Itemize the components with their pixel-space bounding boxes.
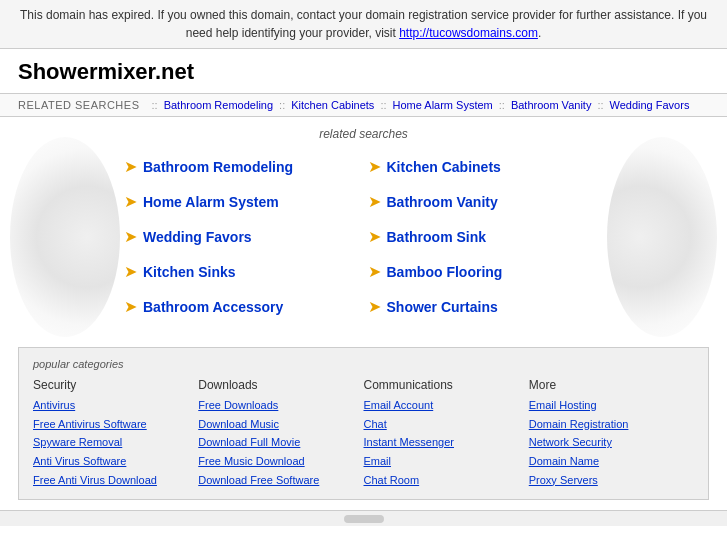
arrow-icon-3: ➤: [124, 227, 137, 246]
link-domain-name[interactable]: Domain Name: [529, 452, 694, 471]
main-content: related searches ➤ Bathroom Remodeling ➤…: [0, 117, 727, 337]
link-free-downloads[interactable]: Free Downloads: [198, 396, 363, 415]
link-bathroom-remodeling[interactable]: Bathroom Remodeling: [143, 159, 293, 175]
link-wedding-favors[interactable]: Wedding Favors: [143, 229, 252, 245]
arrow-icon-1: ➤: [124, 157, 137, 176]
separator-2: ::: [279, 99, 285, 111]
popular-col-header-downloads: Downloads: [198, 378, 363, 392]
decorative-circle-right: [607, 137, 717, 337]
link-chat[interactable]: Chat: [364, 415, 529, 434]
link-shower-curtains[interactable]: Shower Curtains: [387, 299, 498, 315]
popular-col-header-security: Security: [33, 378, 198, 392]
search-item-shower-curtains: ➤ Shower Curtains: [364, 291, 608, 322]
bar-link-wedding-favors[interactable]: Wedding Favors: [610, 99, 690, 111]
search-item-bathroom-remodeling: ➤ Bathroom Remodeling: [120, 151, 364, 182]
search-item-wedding-favors: ➤ Wedding Favors: [120, 221, 364, 252]
link-email-account[interactable]: Email Account: [364, 396, 529, 415]
link-kitchen-cabinets[interactable]: Kitchen Cabinets: [387, 159, 501, 175]
link-network-security[interactable]: Network Security: [529, 433, 694, 452]
link-instant-messenger[interactable]: Instant Messenger: [364, 433, 529, 452]
link-free-music-download[interactable]: Free Music Download: [198, 452, 363, 471]
arrow-icon-9: ➤: [368, 262, 381, 281]
decorative-circle-left: [10, 137, 120, 337]
search-item-bathroom-vanity: ➤ Bathroom Vanity: [364, 186, 608, 217]
link-download-full-movie[interactable]: Download Full Movie: [198, 433, 363, 452]
arrow-icon-7: ➤: [368, 192, 381, 211]
related-bar: RELATED SEARCHES :: Bathroom Remodeling …: [0, 93, 727, 117]
search-item-kitchen-sinks: ➤ Kitchen Sinks: [120, 256, 364, 287]
search-item-bathroom-accessory: ➤ Bathroom Accessory: [120, 291, 364, 322]
arrow-icon-2: ➤: [124, 192, 137, 211]
search-item-home-alarm: ➤ Home Alarm System: [120, 186, 364, 217]
expired-text: This domain has expired. If you owned th…: [20, 8, 707, 40]
link-domain-registration[interactable]: Domain Registration: [529, 415, 694, 434]
bar-link-home-alarm[interactable]: Home Alarm System: [393, 99, 493, 111]
popular-section: popular categories Security Antivirus Fr…: [18, 347, 709, 500]
link-free-antivirus-software[interactable]: Free Antivirus Software: [33, 415, 198, 434]
arrow-icon-5: ➤: [124, 297, 137, 316]
related-bar-label: RELATED SEARCHES: [18, 99, 140, 111]
link-email-hosting[interactable]: Email Hosting: [529, 396, 694, 415]
arrow-icon-4: ➤: [124, 262, 137, 281]
link-proxy-servers[interactable]: Proxy Servers: [529, 471, 694, 490]
expired-notice: This domain has expired. If you owned th…: [0, 0, 727, 49]
search-item-bathroom-sink: ➤ Bathroom Sink: [364, 221, 608, 252]
link-download-free-software[interactable]: Download Free Software: [198, 471, 363, 490]
popular-col-security: Security Antivirus Free Antivirus Softwa…: [33, 378, 198, 489]
separator-5: ::: [597, 99, 603, 111]
link-free-anti-virus-download[interactable]: Free Anti Virus Download: [33, 471, 198, 490]
arrow-icon-10: ➤: [368, 297, 381, 316]
site-title: Showermixer.net: [0, 49, 727, 93]
link-download-music[interactable]: Download Music: [198, 415, 363, 434]
link-bathroom-sink[interactable]: Bathroom Sink: [387, 229, 487, 245]
link-home-alarm[interactable]: Home Alarm System: [143, 194, 279, 210]
bottom-scrollbar[interactable]: [0, 510, 727, 526]
separator-4: ::: [499, 99, 505, 111]
separator-1: ::: [152, 99, 158, 111]
link-bathroom-vanity[interactable]: Bathroom Vanity: [387, 194, 498, 210]
popular-col-header-communications: Communications: [364, 378, 529, 392]
search-item-kitchen-cabinets: ➤ Kitchen Cabinets: [364, 151, 608, 182]
link-chat-room[interactable]: Chat Room: [364, 471, 529, 490]
scrollbar-thumb: [344, 515, 384, 523]
searches-heading: related searches: [0, 127, 727, 141]
bar-link-bathroom-remodeling[interactable]: Bathroom Remodeling: [164, 99, 273, 111]
popular-col-communications: Communications Email Account Chat Instan…: [364, 378, 529, 489]
bar-link-kitchen-cabinets[interactable]: Kitchen Cabinets: [291, 99, 374, 111]
search-item-bamboo-flooring: ➤ Bamboo Flooring: [364, 256, 608, 287]
arrow-icon-8: ➤: [368, 227, 381, 246]
link-anti-virus-software[interactable]: Anti Virus Software: [33, 452, 198, 471]
tucows-link[interactable]: http://tucowsdomains.com: [399, 26, 538, 40]
link-email[interactable]: Email: [364, 452, 529, 471]
link-bamboo-flooring[interactable]: Bamboo Flooring: [387, 264, 503, 280]
arrow-icon-6: ➤: [368, 157, 381, 176]
bar-link-bathroom-vanity[interactable]: Bathroom Vanity: [511, 99, 592, 111]
link-antivirus[interactable]: Antivirus: [33, 396, 198, 415]
search-col-right: ➤ Kitchen Cabinets ➤ Bathroom Vanity ➤ B…: [364, 151, 608, 322]
link-kitchen-sinks[interactable]: Kitchen Sinks: [143, 264, 236, 280]
separator-3: ::: [380, 99, 386, 111]
popular-heading: popular categories: [33, 358, 694, 370]
link-spyware-removal[interactable]: Spyware Removal: [33, 433, 198, 452]
popular-col-downloads: Downloads Free Downloads Download Music …: [198, 378, 363, 489]
popular-col-header-more: More: [529, 378, 694, 392]
search-col-left: ➤ Bathroom Remodeling ➤ Home Alarm Syste…: [120, 151, 364, 322]
popular-col-more: More Email Hosting Domain Registration N…: [529, 378, 694, 489]
link-bathroom-accessory[interactable]: Bathroom Accessory: [143, 299, 283, 315]
popular-grid: Security Antivirus Free Antivirus Softwa…: [33, 378, 694, 489]
